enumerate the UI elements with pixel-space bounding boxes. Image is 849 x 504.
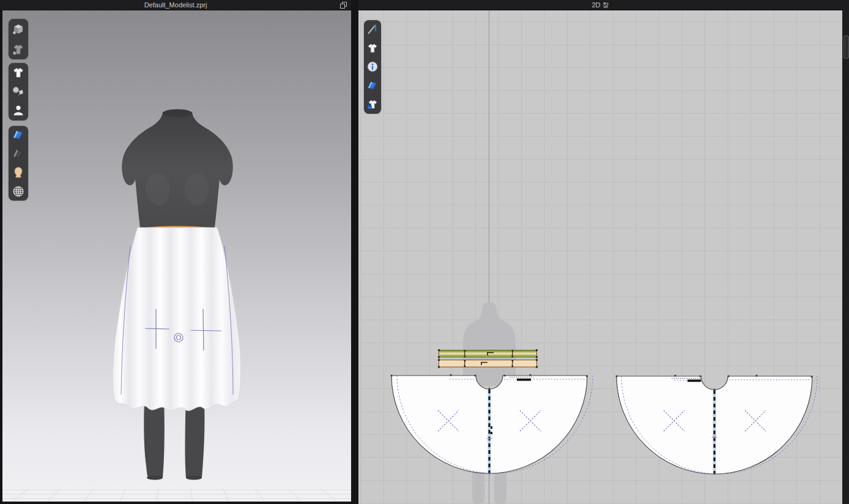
avatar-icon[interactable] [10, 103, 26, 119]
shirt-lock-icon[interactable] [365, 97, 380, 113]
window-edge-left [0, 10, 2, 504]
window-3d-title: Default_Modelist.zprj [144, 1, 207, 9]
cube-icon[interactable] [10, 21, 26, 37]
shirt-icon[interactable] [10, 65, 26, 81]
toolbar-3d-display-group [9, 126, 28, 201]
panel-divider[interactable] [351, 0, 358, 504]
needle-icon[interactable] [365, 21, 380, 37]
shirt-icon[interactable] [365, 40, 380, 56]
waistband-strip-bottom[interactable] [438, 359, 538, 368]
fabric-blue-icon[interactable] [10, 127, 26, 143]
titlebar-2d[interactable]: 2D 창 [358, 0, 842, 10]
toolbar-2d [364, 20, 381, 114]
right-scrollbar[interactable] [842, 0, 849, 504]
toolbar-3d-garment-group [9, 63, 28, 120]
shirt-sphere-icon[interactable] [10, 42, 26, 57]
skirt-panel-right[interactable] [616, 375, 817, 475]
skirt-3d[interactable] [113, 228, 240, 411]
viewport-3d[interactable] [0, 10, 351, 504]
mannequin-torso[interactable] [122, 109, 233, 228]
restore-window-icon[interactable] [340, 2, 347, 9]
window-2d-title: 2D 창 [591, 1, 609, 10]
window-edge-bottom [0, 502, 351, 504]
measurement-label [517, 379, 531, 381]
viewport-2d[interactable] [358, 10, 842, 504]
clo3d-workspace: Default_Modelist.zprj [0, 0, 849, 504]
measurement-label [688, 380, 701, 382]
pattern-canvas[interactable] [358, 10, 842, 504]
waistband-strip-top[interactable] [438, 349, 538, 358]
mannequin-3d[interactable] [0, 10, 351, 504]
globe-icon[interactable] [10, 183, 26, 199]
fabric-blue-icon[interactable] [365, 78, 380, 94]
sewing-pin-icon[interactable] [10, 84, 26, 100]
fabric-gray-icon[interactable] [10, 146, 26, 162]
toolbar-3d-view-group [9, 19, 28, 59]
scrollbar-handle[interactable] [843, 35, 849, 59]
skirt-panel-left[interactable] [391, 374, 593, 474]
info-icon[interactable] [365, 59, 380, 75]
titlebar-3d[interactable]: Default_Modelist.zprj [0, 0, 351, 10]
head-icon[interactable] [10, 165, 26, 180]
